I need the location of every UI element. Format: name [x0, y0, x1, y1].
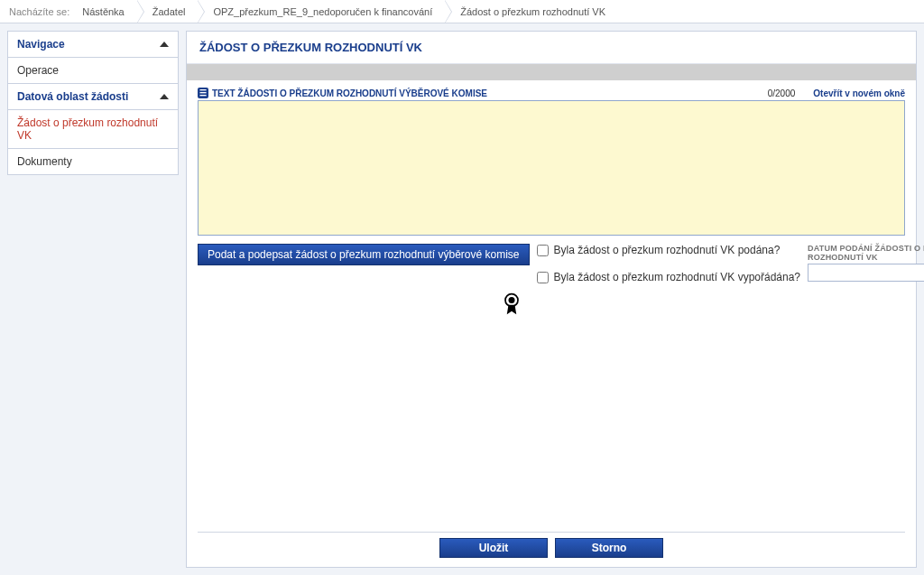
sidebar-item-dokumenty[interactable]: Dokumenty: [7, 149, 179, 175]
breadcrumb-label: Nacházíte se:: [9, 6, 69, 17]
date-field-label: DATUM PODÁNÍ ŽÁDOSTI O PŘEZKUM ROZHODNUT…: [808, 244, 924, 262]
text-field-label: TEXT ŽÁDOSTI O PŘEZKUM ROZHODNUTÍ VÝBĚRO…: [212, 88, 487, 98]
gray-separator: [187, 64, 916, 80]
sidebar-data-title: Datová oblast žádosti: [17, 90, 128, 103]
check-submitted: Byla žádost o přezkum rozhodnutí VK podá…: [537, 244, 801, 256]
chevron-up-icon: [160, 42, 169, 47]
svg-point-1: [508, 297, 514, 303]
chevron-up-icon: [160, 94, 169, 99]
seal-icon: [497, 289, 526, 318]
check-settled-input[interactable]: [537, 272, 549, 283]
date-input[interactable]: [808, 264, 924, 282]
sidebar-nav-title: Navigace: [17, 38, 65, 51]
sidebar-nav-header[interactable]: Navigace: [7, 31, 179, 58]
required-badge-icon: ☰: [198, 88, 208, 98]
sidebar-item-operace[interactable]: Operace: [7, 58, 179, 84]
check-submitted-label: Byla žádost o přezkum rozhodnutí VK podá…: [554, 244, 781, 256]
check-settled-label: Byla žádost o přezkum rozhodnutí VK vypo…: [554, 271, 801, 283]
submit-sign-button[interactable]: Podat a podepsat žádost o přezkum rozhod…: [198, 244, 530, 265]
sidebar-item-zadost[interactable]: Žádost o přezkum rozhodnutí VK: [7, 110, 179, 149]
char-counter: 0/2000: [768, 88, 796, 98]
page-title: ŽÁDOST O PŘEZKUM ROZHODNUTÍ VK: [187, 32, 916, 64]
request-text-input[interactable]: [198, 100, 905, 236]
sidebar-data-header[interactable]: Datová oblast žádosti: [7, 83, 179, 110]
check-submitted-input[interactable]: [537, 245, 549, 256]
breadcrumb-item-2[interactable]: OPZ_přezkum_RE_9_nedoporučen k financová…: [204, 0, 445, 23]
open-new-window-link[interactable]: Otevřít v novém okně: [813, 88, 905, 98]
sidebar: Navigace Operace Datová oblast žádosti Ž…: [7, 31, 179, 568]
breadcrumb-item-1[interactable]: Žadatel: [143, 0, 199, 23]
main-panel: ŽÁDOST O PŘEZKUM ROZHODNUTÍ VK ☰ TEXT ŽÁ…: [186, 31, 917, 568]
check-settled: Byla žádost o přezkum rozhodnutí VK vypo…: [537, 271, 801, 283]
save-button[interactable]: Uložit: [439, 538, 548, 558]
breadcrumb-item-3[interactable]: Žádost o přezkum rozhodnutí VK: [451, 0, 618, 23]
breadcrumb-item-0[interactable]: Nástěnka: [73, 0, 136, 23]
cancel-button[interactable]: Storno: [555, 538, 663, 558]
breadcrumb: Nacházíte se: Nástěnka Žadatel OPZ_přezk…: [0, 0, 924, 23]
